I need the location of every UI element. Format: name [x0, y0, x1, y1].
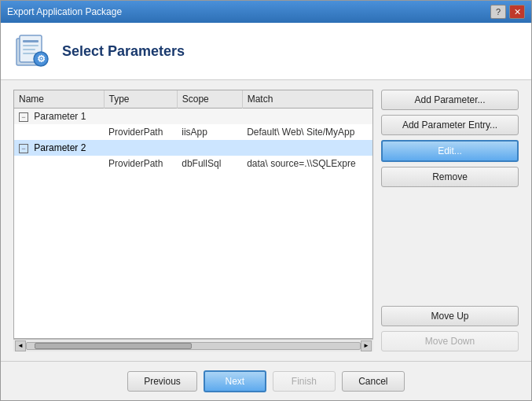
- scroll-left-button[interactable]: ◄: [15, 340, 26, 351]
- cell-match: Default\ Web\ Site/MyApp: [242, 124, 372, 140]
- svg-rect-3: [23, 45, 39, 46]
- svg-rect-4: [23, 49, 35, 50]
- table-row[interactable]: ProviderPath iisApp Default\ Web\ Site/M…: [14, 124, 372, 140]
- title-bar: Export Application Package ? ✕: [1, 1, 531, 23]
- horizontal-scrollbar[interactable]: ◄ ►: [13, 339, 373, 351]
- cell-match: data\ source=.\\SQLExpre: [242, 156, 372, 171]
- svg-rect-5: [23, 53, 37, 54]
- cell-name: [14, 124, 104, 140]
- move-down-button[interactable]: Move Down: [381, 331, 519, 351]
- action-buttons-panel: Add Parameter... Add Parameter Entry... …: [381, 90, 519, 351]
- expand-icon[interactable]: −: [19, 112, 28, 122]
- parameters-table[interactable]: Name Type Scope Match − Parameter 1: [13, 90, 373, 339]
- add-parameter-button[interactable]: Add Parameter...: [381, 90, 519, 110]
- col-header-type: Type: [104, 90, 177, 109]
- expand-icon[interactable]: −: [19, 144, 28, 153]
- scrollbar-track[interactable]: [26, 342, 361, 350]
- svg-text:⚙: ⚙: [37, 53, 46, 64]
- edit-button[interactable]: Edit...: [381, 140, 519, 162]
- page-title: Select Parameters: [62, 43, 185, 60]
- col-header-scope: Scope: [177, 90, 242, 109]
- col-header-match: Match: [242, 90, 372, 109]
- svg-rect-2: [23, 40, 39, 42]
- table-row[interactable]: ProviderPath dbFullSql data\ source=.\\S…: [14, 156, 372, 171]
- cell-name: [14, 156, 104, 171]
- finish-button[interactable]: Finish: [273, 371, 336, 392]
- cell-scope: iisApp: [177, 124, 242, 140]
- table-row[interactable]: − Parameter 1: [14, 109, 372, 125]
- header-area: ⚙ Select Parameters: [1, 23, 531, 80]
- table-row[interactable]: − Parameter 2: [14, 140, 372, 156]
- footer: Previous Next Finish Cancel: [1, 361, 531, 400]
- scroll-right-button[interactable]: ►: [361, 340, 372, 351]
- header-icon: ⚙: [13, 32, 51, 70]
- cell-type: ProviderPath: [104, 156, 177, 171]
- add-parameter-entry-button[interactable]: Add Parameter Entry...: [381, 115, 519, 135]
- param-group-name: Parameter 2: [34, 142, 86, 153]
- next-button[interactable]: Next: [204, 370, 266, 392]
- content-area: Name Type Scope Match − Parameter 1: [1, 80, 531, 361]
- remove-button[interactable]: Remove: [381, 167, 519, 187]
- title-bar-controls: ? ✕: [490, 5, 525, 19]
- cell-scope: dbFullSql: [177, 156, 242, 171]
- export-application-package-dialog: Export Application Package ? ✕ ⚙ Select …: [0, 0, 532, 401]
- scrollbar-thumb[interactable]: [35, 343, 192, 349]
- cell-type: ProviderPath: [104, 124, 177, 140]
- help-button[interactable]: ?: [490, 5, 506, 19]
- param-group-name: Parameter 1: [34, 111, 86, 122]
- dialog-title: Export Application Package: [7, 6, 122, 17]
- cancel-button[interactable]: Cancel: [342, 371, 405, 392]
- col-header-name: Name: [14, 90, 104, 109]
- close-button[interactable]: ✕: [509, 5, 525, 19]
- previous-button[interactable]: Previous: [127, 371, 197, 392]
- move-up-button[interactable]: Move Up: [381, 306, 519, 326]
